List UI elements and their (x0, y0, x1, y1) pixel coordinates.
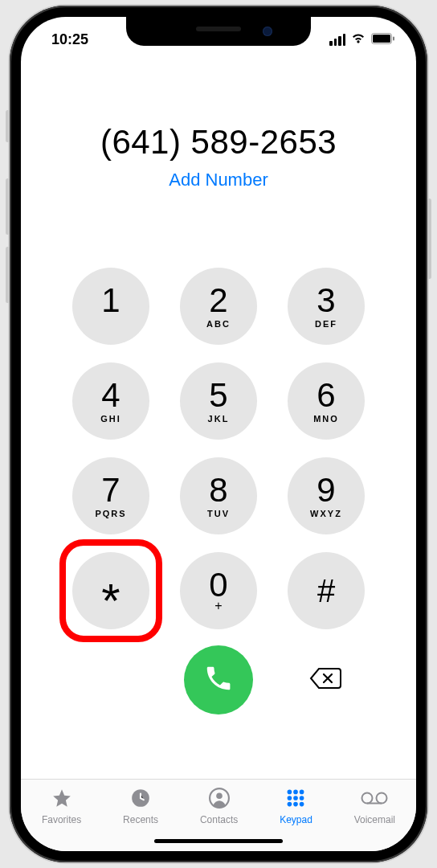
tab-recents[interactable]: Recents (123, 788, 158, 825)
tab-contacts[interactable]: Contacts (200, 788, 238, 825)
tab-label: Keypad (280, 814, 312, 825)
svg-point-10 (294, 796, 299, 800)
clock-icon (130, 788, 151, 811)
key-3[interactable]: 3 DEF (288, 268, 365, 345)
tab-label: Contacts (200, 814, 238, 825)
home-indicator[interactable] (154, 839, 283, 843)
tab-label: Favorites (42, 814, 81, 825)
tab-voicemail[interactable]: Voicemail (354, 788, 395, 825)
svg-point-7 (294, 790, 299, 795)
key-8[interactable]: 8 TUV (180, 457, 257, 534)
svg-point-11 (300, 796, 304, 800)
svg-point-15 (362, 793, 373, 804)
delete-button[interactable] (288, 666, 365, 694)
key-7[interactable]: 7 PQRS (72, 457, 149, 534)
voicemail-icon (361, 788, 388, 811)
svg-point-13 (294, 802, 299, 807)
keypad-icon (285, 788, 306, 811)
person-icon (209, 788, 230, 811)
key-hash[interactable]: # (288, 552, 365, 629)
keypad: 1 2 ABC 3 DEF 4 GHI 5 JKL (21, 268, 416, 629)
svg-point-12 (288, 802, 292, 807)
phone-icon (203, 663, 234, 697)
svg-point-5 (216, 793, 223, 800)
call-button[interactable] (184, 645, 253, 714)
svg-point-16 (377, 793, 387, 804)
key-0[interactable]: 0 + (180, 552, 257, 629)
dialed-number: (641) 589-2653 (21, 123, 416, 162)
key-6[interactable]: 6 MNO (288, 362, 365, 440)
key-4[interactable]: 4 GHI (72, 362, 149, 440)
key-2[interactable]: 2 ABC (180, 268, 257, 345)
tab-label: Recents (123, 814, 158, 825)
key-9[interactable]: 9 WXYZ (288, 457, 365, 534)
tab-label: Voicemail (354, 814, 395, 825)
svg-point-6 (288, 790, 292, 795)
svg-point-9 (288, 796, 292, 800)
tab-favorites[interactable]: Favorites (42, 788, 81, 825)
backspace-icon (309, 666, 343, 694)
key-1[interactable]: 1 (72, 268, 149, 345)
key-star[interactable]: * (72, 552, 149, 629)
key-5[interactable]: 5 JKL (180, 362, 257, 440)
svg-point-8 (300, 790, 304, 795)
svg-point-14 (300, 802, 304, 807)
notch (126, 17, 311, 46)
add-number-button[interactable]: Add Number (21, 170, 416, 190)
tab-keypad[interactable]: Keypad (280, 788, 312, 825)
star-icon (51, 788, 73, 811)
